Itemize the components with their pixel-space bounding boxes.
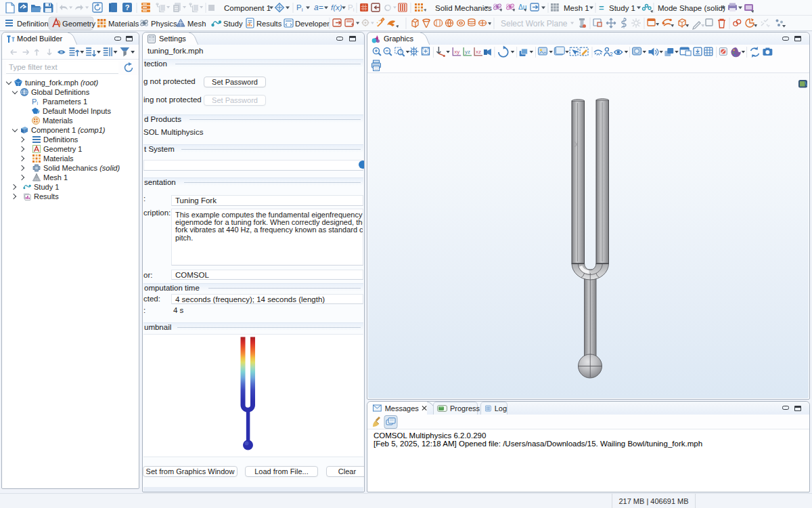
svg-text:Mesh: Mesh — [187, 20, 206, 28]
svg-text:Solid Mechanics: Solid Mechanics — [435, 4, 492, 12]
svg-text:Definitions: Definitions — [17, 20, 53, 28]
svg-text:Select Work Plane: Select Work Plane — [501, 19, 568, 28]
svg-text:?: ? — [125, 3, 130, 12]
svg-text:a=: a= — [314, 3, 323, 12]
svg-text:2: 2 — [610, 51, 613, 58]
svg-text:Developer: Developer — [295, 20, 330, 28]
svg-text:Mode Shape (solid): Mode Shape (solid) — [658, 4, 725, 12]
svg-text:Materials: Materials — [108, 20, 139, 28]
svg-text:f(x): f(x) — [331, 3, 342, 12]
svg-text:P: P — [32, 98, 37, 106]
svg-text:xz: xz — [476, 49, 481, 55]
svg-text:Pi: Pi — [296, 3, 303, 13]
svg-text:Component 1: Component 1 — [224, 4, 271, 12]
svg-text:Pi: Pi — [348, 3, 355, 13]
svg-text:Study: Study — [223, 20, 243, 28]
svg-text:Study 1: Study 1 — [609, 4, 635, 12]
svg-text:Geometry: Geometry — [62, 20, 96, 28]
svg-text:Results: Results — [256, 20, 282, 28]
svg-text:xy: xy — [454, 49, 459, 55]
svg-text:Mesh 1: Mesh 1 — [564, 4, 589, 12]
svg-text:i: i — [37, 101, 39, 106]
svg-text:=: = — [599, 3, 604, 13]
svg-text:yz: yz — [465, 49, 470, 55]
svg-text:Physics: Physics — [151, 20, 177, 28]
